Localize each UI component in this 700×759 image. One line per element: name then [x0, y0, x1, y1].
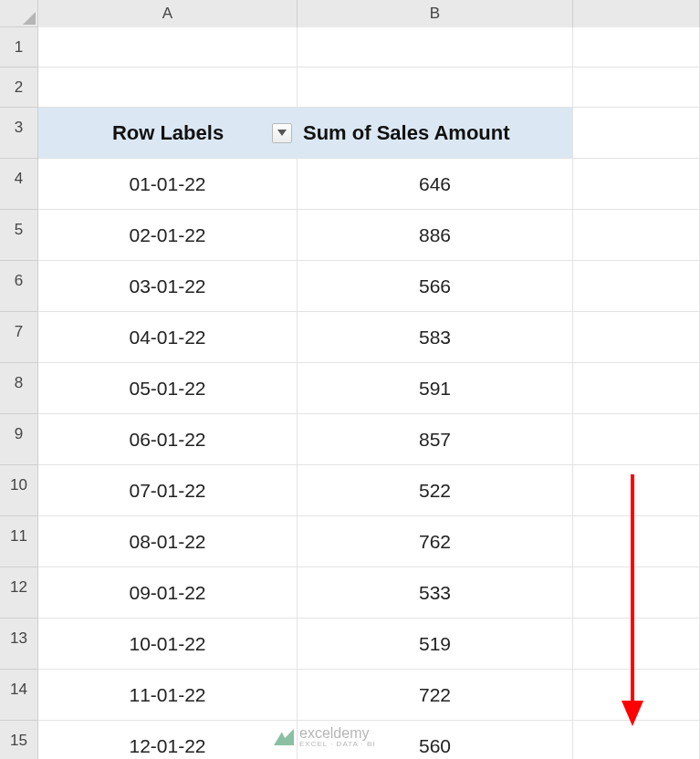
cell-B1[interactable] [298, 27, 573, 67]
grid-row-1 [38, 27, 700, 68]
pivot-value-cell[interactable]: 591 [298, 363, 573, 413]
pivot-date-cell[interactable]: 10-01-22 [38, 619, 298, 669]
cell-rest-1[interactable] [573, 27, 700, 67]
grid-row-2 [38, 68, 700, 108]
cell-rest-2[interactable] [573, 68, 700, 107]
pivot-data-row: 01-01-22 646 [38, 159, 700, 210]
pivot-date-cell[interactable]: 09-01-22 [38, 567, 298, 618]
row-header-15[interactable]: 15 [0, 721, 37, 759]
pivot-data-row: 12-01-22 560 [38, 721, 700, 759]
cell-rest[interactable] [573, 619, 700, 669]
cell-rest[interactable] [573, 670, 700, 720]
cell-A1[interactable] [38, 27, 298, 67]
svg-marker-1 [277, 130, 287, 136]
grid-cells: Row Labels Sum of Sales Amount 01-01-22 … [38, 27, 700, 759]
row-header-2[interactable]: 2 [0, 68, 37, 108]
column-header-A[interactable]: A [38, 0, 298, 27]
row-header-6[interactable]: 6 [0, 261, 37, 312]
pivot-data-row: 09-01-22 533 [38, 567, 700, 619]
cell-rest[interactable] [573, 312, 700, 362]
cell-rest[interactable] [573, 210, 700, 260]
pivot-date-cell[interactable]: 01-01-22 [38, 159, 298, 209]
pivot-data-row: 04-01-22 583 [38, 312, 700, 363]
pivot-row-labels-header[interactable]: Row Labels [38, 108, 298, 158]
pivot-date-cell[interactable]: 08-01-22 [38, 516, 298, 567]
pivot-values-header-text: Sum of Sales Amount [303, 121, 510, 145]
pivot-value-cell[interactable]: 533 [298, 567, 573, 618]
cell-rest[interactable] [573, 721, 700, 759]
pivot-date-cell[interactable]: 11-01-22 [38, 670, 298, 720]
cell-rest[interactable] [573, 516, 700, 567]
pivot-value-cell[interactable]: 560 [298, 721, 573, 759]
pivot-values-header[interactable]: Sum of Sales Amount [298, 108, 573, 158]
pivot-data-row: 06-01-22 857 [38, 414, 700, 465]
svg-marker-0 [23, 12, 36, 25]
pivot-data-row: 10-01-22 519 [38, 619, 700, 670]
pivot-data-row: 07-01-22 522 [38, 465, 700, 516]
pivot-header-row: Row Labels Sum of Sales Amount [38, 108, 700, 159]
cell-A2[interactable] [38, 68, 298, 107]
row-header-13[interactable]: 13 [0, 619, 37, 670]
spreadsheet-view: A B 1 2 3 4 5 6 7 8 9 10 11 12 13 14 15 … [0, 0, 700, 759]
cell-rest-3[interactable] [573, 108, 700, 158]
row-header-7[interactable]: 7 [0, 312, 37, 363]
row-header-8[interactable]: 8 [0, 363, 37, 414]
pivot-value-cell[interactable]: 857 [298, 414, 573, 464]
row-header-12[interactable]: 12 [0, 567, 37, 619]
chevron-down-icon [277, 130, 287, 136]
pivot-data-row: 11-01-22 722 [38, 670, 700, 721]
pivot-value-cell[interactable]: 519 [298, 619, 573, 669]
pivot-value-cell[interactable]: 886 [298, 210, 573, 260]
pivot-value-cell[interactable]: 583 [298, 312, 573, 362]
column-header-next[interactable] [573, 0, 700, 27]
pivot-value-cell[interactable]: 522 [298, 465, 573, 515]
pivot-data-row: 03-01-22 566 [38, 261, 700, 312]
pivot-row-labels-text: Row Labels [112, 121, 224, 145]
row-header-4[interactable]: 4 [0, 159, 37, 210]
pivot-value-cell[interactable]: 646 [298, 159, 573, 209]
cell-rest[interactable] [573, 465, 700, 515]
pivot-date-cell[interactable]: 03-01-22 [38, 261, 298, 311]
select-all-triangle-icon [23, 12, 36, 25]
row-header-14[interactable]: 14 [0, 670, 37, 721]
row-header-9[interactable]: 9 [0, 414, 37, 465]
pivot-data-row: 05-01-22 591 [38, 363, 700, 414]
pivot-date-cell[interactable]: 12-01-22 [38, 721, 298, 759]
pivot-value-cell[interactable]: 566 [298, 261, 573, 311]
cell-rest[interactable] [573, 363, 700, 413]
row-header-11[interactable]: 11 [0, 516, 37, 567]
pivot-value-cell[interactable]: 762 [298, 516, 573, 567]
row-header-5[interactable]: 5 [0, 210, 37, 261]
cell-rest[interactable] [573, 567, 700, 618]
pivot-date-cell[interactable]: 02-01-22 [38, 210, 298, 260]
row-header-3[interactable]: 3 [0, 108, 37, 159]
pivot-date-cell[interactable]: 07-01-22 [38, 465, 298, 515]
cell-rest[interactable] [573, 414, 700, 464]
pivot-data-row: 08-01-22 762 [38, 516, 700, 567]
column-headers: A B [38, 0, 700, 27]
pivot-data-row: 02-01-22 886 [38, 210, 700, 261]
cell-B2[interactable] [298, 68, 573, 107]
pivot-date-cell[interactable]: 04-01-22 [38, 312, 298, 362]
row-header-1[interactable]: 1 [0, 27, 37, 68]
cell-rest[interactable] [573, 159, 700, 209]
cell-rest[interactable] [573, 261, 700, 311]
pivot-value-cell[interactable]: 722 [298, 670, 573, 720]
row-headers: 1 2 3 4 5 6 7 8 9 10 11 12 13 14 15 16 [0, 27, 38, 759]
pivot-date-cell[interactable]: 06-01-22 [38, 414, 298, 464]
pivot-date-cell[interactable]: 05-01-22 [38, 363, 298, 413]
pivot-filter-button[interactable] [272, 123, 292, 143]
column-header-B[interactable]: B [298, 0, 573, 27]
row-header-10[interactable]: 10 [0, 465, 37, 516]
select-all-corner[interactable] [0, 0, 38, 27]
